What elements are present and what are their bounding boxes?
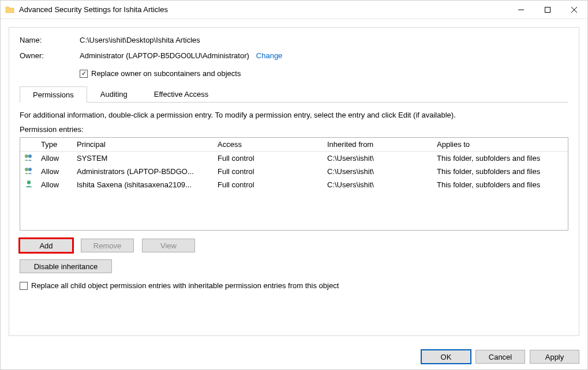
cell-type: Allow [41, 154, 77, 163]
cell-access: Full control [218, 180, 327, 189]
col-principal[interactable]: Principal [77, 140, 218, 149]
view-button[interactable]: View [142, 239, 195, 252]
cell-inherited: C:\Users\ishit\ [327, 154, 437, 163]
col-type[interactable]: Type [41, 140, 77, 149]
owner-label: Owner: [20, 51, 80, 60]
change-owner-link[interactable]: Change [256, 51, 283, 60]
col-applies[interactable]: Applies to [437, 140, 564, 149]
name-value: C:\Users\ishit\Desktop\Ishita Articles [80, 36, 200, 44]
cell-principal: Ishita Saxena (ishitasaxena2109... [77, 180, 218, 189]
cell-type: Allow [41, 180, 77, 189]
tab-permissions[interactable]: Permissions [20, 86, 87, 103]
close-button[interactable] [561, 1, 587, 18]
cell-principal: Administrators (LAPTOP-B5DGO... [77, 167, 218, 176]
tab-effective-access[interactable]: Effective Access [141, 86, 222, 102]
cell-applies: This folder, subfolders and files [437, 154, 564, 163]
info-text: For additional information, double-click… [20, 111, 568, 119]
svg-point-8 [27, 180, 31, 184]
replace-child-checkbox[interactable] [20, 282, 28, 290]
group-icon [24, 167, 34, 175]
permission-grid: Type Principal Access Inherited from App… [20, 137, 568, 231]
disable-inheritance-button[interactable]: Disable inheritance [20, 259, 112, 273]
replace-child-row: Replace all child object permission entr… [20, 281, 568, 290]
ok-button[interactable]: OK [421, 350, 471, 364]
permission-entries-label: Permission entries: [20, 125, 568, 134]
replace-owner-checkbox[interactable] [80, 70, 88, 78]
replace-child-label: Replace all child object permission entr… [31, 281, 339, 290]
minimize-button[interactable] [508, 1, 534, 18]
table-row[interactable]: Allow SYSTEM Full control C:\Users\ishit… [20, 152, 568, 165]
svg-point-7 [28, 168, 32, 171]
tab-auditing[interactable]: Auditing [87, 86, 141, 102]
advanced-security-settings-window: Advanced Security Settings for Ishita Ar… [0, 0, 588, 370]
remove-button[interactable]: Remove [81, 239, 134, 252]
col-inherited[interactable]: Inherited from [327, 140, 437, 149]
tabs: Permissions Auditing Effective Access [20, 86, 568, 103]
table-row[interactable]: Allow Ishita Saxena (ishitasaxena2109...… [20, 178, 568, 191]
cell-type: Allow [41, 167, 77, 176]
cell-principal: SYSTEM [77, 154, 218, 163]
cell-access: Full control [218, 167, 327, 176]
cell-applies: This folder, subfolders and files [437, 180, 564, 189]
folder-icon [5, 5, 14, 14]
cancel-button[interactable]: Cancel [475, 350, 525, 364]
titlebar: Advanced Security Settings for Ishita Ar… [1, 1, 587, 19]
add-button[interactable]: Add [20, 239, 73, 252]
svg-point-4 [25, 154, 28, 158]
permission-buttons: Add Remove View [20, 239, 568, 252]
user-icon [24, 180, 34, 188]
cell-inherited: C:\Users\ishit\ [327, 167, 437, 176]
apply-button[interactable]: Apply [530, 350, 579, 364]
col-access[interactable]: Access [218, 140, 327, 149]
maximize-button[interactable] [534, 1, 561, 18]
replace-owner-row: Replace owner on subcontainers and objec… [80, 69, 568, 78]
svg-point-5 [28, 154, 32, 158]
svg-point-6 [25, 168, 28, 171]
footer-buttons: OK Cancel Apply [1, 344, 587, 369]
replace-owner-label: Replace owner on subcontainers and objec… [91, 69, 241, 78]
grid-header: Type Principal Access Inherited from App… [20, 138, 568, 152]
svg-rect-1 [545, 7, 550, 12]
content-panel: Name: C:\Users\ishit\Desktop\Ishita Arti… [9, 27, 579, 336]
cell-inherited: C:\Users\ishit\ [327, 180, 437, 189]
table-row[interactable]: Allow Administrators (LAPTOP-B5DGO... Fu… [20, 165, 568, 178]
name-label: Name: [20, 36, 80, 44]
cell-applies: This folder, subfolders and files [437, 167, 564, 176]
group-icon [24, 153, 34, 161]
cell-access: Full control [218, 154, 327, 163]
window-title: Advanced Security Settings for Ishita Ar… [19, 5, 168, 14]
owner-row: Owner: Administrator (LAPTOP-B5DGO0LU\Ad… [20, 51, 568, 60]
window-controls [508, 1, 587, 18]
name-row: Name: C:\Users\ishit\Desktop\Ishita Arti… [20, 36, 568, 44]
owner-value: Administrator (LAPTOP-B5DGO0LU\Administr… [80, 51, 249, 60]
